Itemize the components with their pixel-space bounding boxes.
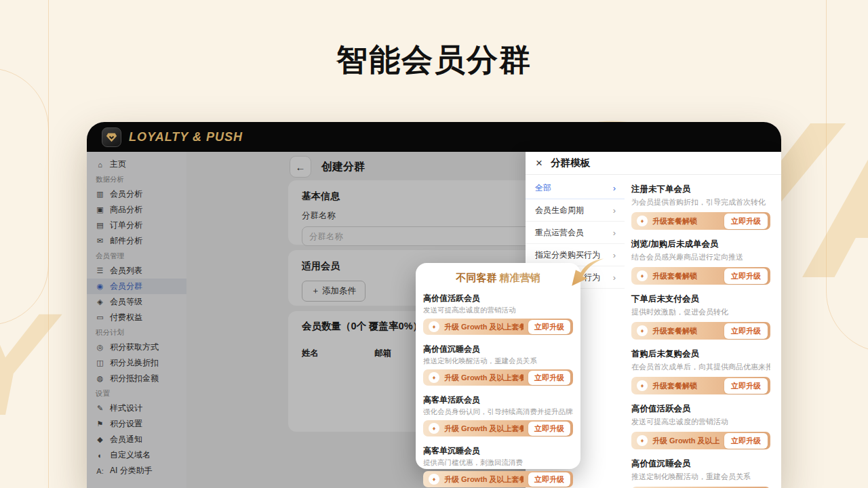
segment-desc: 推送定制化唤醒活动，重建会员关系 xyxy=(423,357,573,366)
upgrade-banner: ♦ 升级 Growth 及以上套餐解锁 立即升级 xyxy=(423,319,573,335)
popup-segment-item: 高价值沉睡会员 推送定制化唤醒活动，重建会员关系 ♦ 升级 Growth 及以上… xyxy=(423,344,573,386)
brand-logo xyxy=(102,127,121,147)
template-desc: 为会员提供首购折扣，引导完成首次转化 xyxy=(631,197,770,207)
gem-badge-icon: ♦ xyxy=(429,423,439,434)
upgrade-banner: ♦ 升级套餐解锁 立即升级 xyxy=(631,322,770,340)
template-item[interactable]: 高价值沉睡会员 推送定制化唤醒活动，重建会员关系 ♦ 升级 Growth 及以上… xyxy=(631,458,770,488)
template-desc: 在会员首次成单后，向其提供商品优惠来推动再次成单 xyxy=(631,362,770,372)
gem-badge-icon: ♦ xyxy=(637,435,648,446)
upgrade-now-button[interactable]: 立即升级 xyxy=(528,422,570,436)
upgrade-now-button[interactable]: 立即升级 xyxy=(528,472,570,487)
upgrade-banner: ♦ 升级套餐解锁 立即升级 xyxy=(631,212,770,230)
template-title: 高价值活跃会员 xyxy=(631,403,770,415)
popup-segment-item: 高价值活跃会员 发送可提高忠诚度的营销活动 ♦ 升级 Growth 及以上套餐解… xyxy=(423,293,573,335)
page-title: 智能会员分群 xyxy=(0,39,868,81)
close-icon[interactable]: × xyxy=(536,157,542,169)
template-title: 浏览/加购后未成单会员 xyxy=(631,239,770,250)
gem-badge-icon: ♦ xyxy=(429,474,439,485)
upgrade-banner-text: 升级套餐解锁 xyxy=(652,381,719,391)
popup-title-part1: 不同客群 xyxy=(456,272,496,283)
chevron-right-icon: › xyxy=(613,228,616,238)
popup-segment-item: 高客单活跃会员 强化会员身份认同，引导持续高消费并提升品牌粘性 ♦ 升级 Gro… xyxy=(423,394,573,436)
curved-arrow-icon xyxy=(564,256,606,293)
upgrade-banner-text: 升级套餐解锁 xyxy=(652,326,719,336)
popup-segment-item: 高客单沉睡会员 提供高门槛优惠，刺激回流消费 ♦ 升级 Growth 及以上套餐… xyxy=(423,445,573,487)
upgrade-banner-text: 升级 Growth 及以上套餐解锁 xyxy=(444,322,524,332)
template-title: 注册未下单会员 xyxy=(631,184,770,195)
template-item[interactable]: 注册未下单会员 为会员提供首购折扣，引导完成首次转化 ♦ 升级套餐解锁 立即升级 xyxy=(631,184,770,230)
template-category[interactable]: 全部 › xyxy=(526,177,625,199)
category-label: 全部 xyxy=(535,182,551,194)
background-outline-shape xyxy=(0,68,49,488)
upgrade-now-button[interactable]: 立即升级 xyxy=(724,214,768,229)
segment-title: 高客单沉睡会员 xyxy=(423,445,573,457)
template-title: 下单后未支付会员 xyxy=(631,293,770,305)
app-window: LOYALTY & PUSH ⌂ 主页 数据分析 ▥ 会员分析 ▣ 商品分析 ▤… xyxy=(87,122,781,488)
category-label: 重点运营会员 xyxy=(535,227,584,239)
template-category[interactable]: 会员生命周期 › xyxy=(526,199,625,222)
app-topbar: LOYALTY & PUSH xyxy=(87,122,781,152)
template-item[interactable]: 首购后未复购会员 在会员首次成单后，向其提供商品优惠来推动再次成单 ♦ 升级套餐… xyxy=(631,348,770,394)
upgrade-banner: ♦ 升级套餐解锁 立即升级 xyxy=(631,267,770,285)
gem-badge-icon: ♦ xyxy=(637,270,648,281)
upgrade-banner-text: 升级 Growth 及以上套餐解锁 xyxy=(444,424,524,434)
upgrade-banner: ♦ 升级套餐解锁 立即升级 xyxy=(631,377,770,394)
template-category[interactable]: 重点运营会员 › xyxy=(526,222,625,244)
brand-gem-icon xyxy=(106,131,117,143)
template-title: 高价值沉睡会员 xyxy=(631,458,770,470)
segment-desc: 强化会员身份认同，引导持续高消费并提升品牌粘性 xyxy=(423,407,573,417)
gem-badge-icon: ♦ xyxy=(637,216,648,226)
upgrade-now-button[interactable]: 立即升级 xyxy=(724,433,768,449)
upgrade-banner-text: 升级 Growth 及以上套餐解锁 xyxy=(444,474,524,485)
template-item[interactable]: 浏览/加购后未成单会员 结合会员感兴趣商品进行定向推送 ♦ 升级套餐解锁 立即升… xyxy=(631,239,770,285)
gem-badge-icon: ♦ xyxy=(429,321,439,332)
gem-badge-icon: ♦ xyxy=(429,372,439,383)
template-list[interactable]: 注册未下单会员 为会员提供首购折扣，引导完成首次转化 ♦ 升级套餐解锁 立即升级… xyxy=(625,175,781,488)
segment-desc: 提供高门槛优惠，刺激回流消费 xyxy=(423,458,573,468)
upgrade-banner: ♦ 升级 Growth 及以上套餐解锁 立即升级 xyxy=(631,432,770,449)
chevron-right-icon: › xyxy=(613,205,616,216)
segment-desc: 发送可提高忠诚度的营销活动 xyxy=(423,306,573,315)
segment-title: 高价值活跃会员 xyxy=(423,293,573,304)
popup-title: 不同客群 精准营销 xyxy=(423,263,573,287)
brand-name: LOYALTY & PUSH xyxy=(129,130,243,144)
upgrade-banner-text: 升级套餐解锁 xyxy=(652,216,719,226)
upgrade-now-button[interactable]: 立即升级 xyxy=(528,320,570,334)
precision-marketing-popup: 不同客群 精准营销 高价值活跃会员 发送可提高忠诚度的营销活动 ♦ 升级 Gro… xyxy=(416,263,580,469)
upgrade-now-button[interactable]: 立即升级 xyxy=(528,371,570,385)
chevron-right-icon: › xyxy=(613,272,616,283)
upgrade-banner: ♦ 升级 Growth 及以上套餐解锁 立即升级 xyxy=(423,369,573,386)
template-desc: 提供时效激励，促进会员转化 xyxy=(631,307,770,317)
template-item[interactable]: 高价值活跃会员 发送可提高忠诚度的营销活动 ♦ 升级 Growth 及以上套餐解… xyxy=(631,403,770,449)
popup-title-part2: 精准营销 xyxy=(500,272,540,283)
chevron-right-icon: › xyxy=(613,183,616,193)
upgrade-now-button[interactable]: 立即升级 xyxy=(724,378,768,394)
upgrade-banner-text: 升级套餐解锁 xyxy=(652,271,719,281)
category-label: 会员生命周期 xyxy=(535,205,584,216)
gem-badge-icon: ♦ xyxy=(637,380,648,391)
upgrade-now-button[interactable]: 立即升级 xyxy=(724,323,768,339)
segment-title: 高价值沉睡会员 xyxy=(423,344,573,355)
template-desc: 结合会员感兴趣商品进行定向推送 xyxy=(631,252,770,262)
template-title: 首购后未复购会员 xyxy=(631,348,770,360)
upgrade-banner-text: 升级 Growth 及以上套餐解锁 xyxy=(652,436,719,446)
template-item[interactable]: 下单后未支付会员 提供时效激励，促进会员转化 ♦ 升级套餐解锁 立即升级 xyxy=(631,293,770,340)
drawer-title: 分群模板 xyxy=(551,157,590,169)
segment-title: 高客单活跃会员 xyxy=(423,394,573,406)
chevron-right-icon: › xyxy=(613,250,616,260)
template-desc: 发送可提高忠诚度的营销活动 xyxy=(631,417,770,427)
upgrade-banner: ♦ 升级 Growth 及以上套餐解锁 立即升级 xyxy=(423,420,573,436)
template-desc: 推送定制化唤醒活动，重建会员关系 xyxy=(631,472,770,482)
upgrade-banner-text: 升级 Growth 及以上套餐解锁 xyxy=(444,373,524,383)
gem-badge-icon: ♦ xyxy=(637,325,648,336)
upgrade-banner: ♦ 升级 Growth 及以上套餐解锁 立即升级 xyxy=(423,471,573,487)
drawer-header: × 分群模板 xyxy=(526,152,781,175)
upgrade-now-button[interactable]: 立即升级 xyxy=(724,268,768,284)
popup-segment-list: 高价值活跃会员 发送可提高忠诚度的营销活动 ♦ 升级 Growth 及以上套餐解… xyxy=(423,293,573,487)
